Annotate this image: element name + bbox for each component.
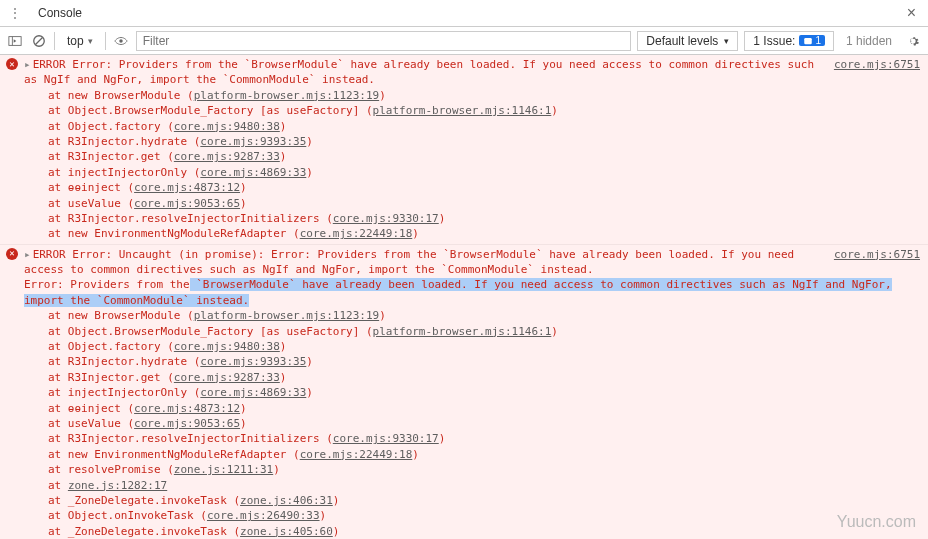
source-link[interactable]: core.mjs:26490:33 xyxy=(207,509,320,522)
eye-icon[interactable] xyxy=(112,32,130,50)
log-levels-select[interactable]: Default levels xyxy=(637,31,738,51)
clear-console-icon[interactable] xyxy=(30,32,48,50)
issues-label: 1 Issue: xyxy=(753,34,795,48)
source-link[interactable]: core.mjs:22449:18 xyxy=(300,227,413,240)
source-link[interactable]: core.mjs:4873:12 xyxy=(134,402,240,415)
issues-badge: 1 xyxy=(799,35,825,46)
source-link[interactable]: platform-browser.mjs:1123:19 xyxy=(194,309,379,322)
source-link[interactable]: core.mjs:4869:33 xyxy=(200,166,306,179)
issues-count: 1 xyxy=(815,35,821,46)
error-message: ✕ core.mjs:6751 ▸ERROR Error: Uncaught (… xyxy=(0,245,928,539)
source-link[interactable]: core.mjs:9393:35 xyxy=(200,355,306,368)
context-selector[interactable]: top xyxy=(61,32,99,50)
hidden-count: 1 hidden xyxy=(840,34,898,48)
source-link[interactable]: core.mjs:9287:33 xyxy=(174,150,280,163)
stack-frame: at injectInjectorOnly (core.mjs:4869:33) xyxy=(24,385,920,400)
error-message: ✕ core.mjs:6751 ▸ERROR Error: Providers … xyxy=(0,55,928,245)
stack-frame: at R3Injector.get (core.mjs:9287:33) xyxy=(24,370,920,385)
expand-arrow-icon[interactable]: ▸ xyxy=(24,58,31,71)
divider xyxy=(54,32,55,50)
stack-frame: at Object.BrowserModule_Factory [as useF… xyxy=(24,103,920,118)
toggle-sidebar-icon[interactable] xyxy=(6,32,24,50)
source-link[interactable]: core.mjs:9393:35 xyxy=(200,135,306,148)
source-link[interactable]: core.mjs:9053:65 xyxy=(134,197,240,210)
source-link[interactable]: core.mjs:22449:18 xyxy=(300,448,413,461)
stack-frame: at _ZoneDelegate.invokeTask (zone.js:405… xyxy=(24,524,920,539)
filter-input[interactable] xyxy=(136,31,632,51)
stack-frame: at new BrowserModule (platform-browser.m… xyxy=(24,308,920,323)
source-link[interactable]: core.mjs:4869:33 xyxy=(200,386,306,399)
stack-frame: at new BrowserModule (platform-browser.m… xyxy=(24,88,920,103)
console-output: ✕ core.mjs:6751 ▸ERROR Error: Providers … xyxy=(0,55,928,539)
source-link[interactable]: platform-browser.mjs:1123:19 xyxy=(194,89,379,102)
error-icon: ✕ xyxy=(6,248,18,260)
error-line: Error: Providers from the xyxy=(24,278,190,291)
source-link[interactable]: zone.js:1282:17 xyxy=(68,479,167,492)
source-link[interactable]: platform-browser.mjs:1146:1 xyxy=(373,104,552,117)
stack-frame: at ɵɵinject (core.mjs:4873:12) xyxy=(24,401,920,416)
source-link[interactable]: core.mjs:9480:38 xyxy=(174,340,280,353)
drag-handle-icon[interactable]: ⋮ xyxy=(8,5,22,21)
source-link[interactable]: core.mjs:9053:65 xyxy=(134,417,240,430)
source-link[interactable]: core.mjs:4873:12 xyxy=(134,181,240,194)
svg-rect-3 xyxy=(805,37,813,43)
stack-frame: at Object.onInvokeTask (core.mjs:26490:3… xyxy=(24,508,920,523)
stack-frame: at Object.factory (core.mjs:9480:38) xyxy=(24,119,920,134)
source-link[interactable]: zone.js:405:60 xyxy=(240,525,333,538)
source-link[interactable]: core.mjs:9330:17 xyxy=(333,212,439,225)
divider xyxy=(105,32,106,50)
stack-frame: at ɵɵinject (core.mjs:4873:12) xyxy=(24,180,920,195)
svg-point-2 xyxy=(119,39,123,43)
expand-arrow-icon[interactable]: ▸ xyxy=(24,248,31,261)
stack-frame: at Object.factory (core.mjs:9480:38) xyxy=(24,339,920,354)
issues-button[interactable]: 1 Issue: 1 xyxy=(744,31,834,51)
stack-frame: at useValue (core.mjs:9053:65) xyxy=(24,416,920,431)
source-link[interactable]: core.mjs:6751 xyxy=(834,247,920,262)
source-link[interactable]: core.mjs:9287:33 xyxy=(174,371,280,384)
close-icon[interactable]: × xyxy=(903,4,920,22)
stack-frame: at injectInjectorOnly (core.mjs:4869:33) xyxy=(24,165,920,180)
source-link[interactable]: core.mjs:9330:17 xyxy=(333,432,439,445)
source-link[interactable]: core.mjs:9480:38 xyxy=(174,120,280,133)
error-text: ERROR Error: Uncaught (in promise): Erro… xyxy=(24,248,794,276)
gear-icon[interactable] xyxy=(904,32,922,50)
stack-frame: at R3Injector.hydrate (core.mjs:9393:35) xyxy=(24,134,920,149)
stack-frame: at R3Injector.hydrate (core.mjs:9393:35) xyxy=(24,354,920,369)
error-text: ERROR Error: Providers from the `Browser… xyxy=(24,58,814,86)
stack-frame: at new EnvironmentNgModuleRefAdapter (co… xyxy=(24,447,920,462)
stack-frame: at useValue (core.mjs:9053:65) xyxy=(24,196,920,211)
source-link[interactable]: zone.js:406:31 xyxy=(240,494,333,507)
source-link[interactable]: core.mjs:6751 xyxy=(834,57,920,72)
stack-frame: at _ZoneDelegate.invokeTask (zone.js:406… xyxy=(24,493,920,508)
stack-frame: at R3Injector.resolveInjectorInitializer… xyxy=(24,431,920,446)
source-link[interactable]: platform-browser.mjs:1146:1 xyxy=(373,325,552,338)
console-toolbar: top Default levels 1 Issue: 1 1 hidden xyxy=(0,27,928,55)
devtools-header: ⋮ Console × xyxy=(0,0,928,27)
source-link[interactable]: zone.js:1211:31 xyxy=(174,463,273,476)
console-tab[interactable]: Console xyxy=(32,2,88,24)
stack-frame: at R3Injector.resolveInjectorInitializer… xyxy=(24,211,920,226)
error-icon: ✕ xyxy=(6,58,18,70)
stack-frame: at new EnvironmentNgModuleRefAdapter (co… xyxy=(24,226,920,241)
stack-frame: at Object.BrowserModule_Factory [as useF… xyxy=(24,324,920,339)
stack-frame: at R3Injector.get (core.mjs:9287:33) xyxy=(24,149,920,164)
stack-frame: at zone.js:1282:17 xyxy=(24,478,920,493)
stack-frame: at resolvePromise (zone.js:1211:31) xyxy=(24,462,920,477)
